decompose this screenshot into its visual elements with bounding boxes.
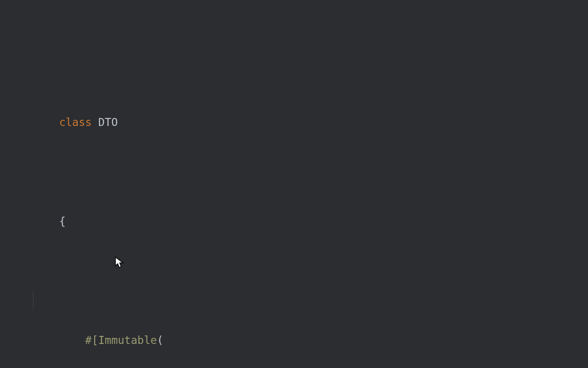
attribute-open: #[ bbox=[85, 334, 98, 346]
code-line[interactable]: #[Immutable( bbox=[0, 291, 588, 310]
brace-open: { bbox=[59, 215, 65, 227]
code-line[interactable]: { bbox=[0, 192, 588, 211]
keyword-class: class bbox=[59, 116, 91, 128]
paren-open: ( bbox=[157, 334, 163, 346]
mouse-cursor-icon bbox=[89, 235, 98, 247]
code-editor[interactable]: class DTO { #[Immutable( Immutable::CONS… bbox=[0, 0, 588, 368]
immutable-attribute: Immutable bbox=[98, 334, 157, 346]
class-name: DTO bbox=[98, 116, 118, 128]
code-line[interactable]: class DTO bbox=[0, 92, 588, 112]
